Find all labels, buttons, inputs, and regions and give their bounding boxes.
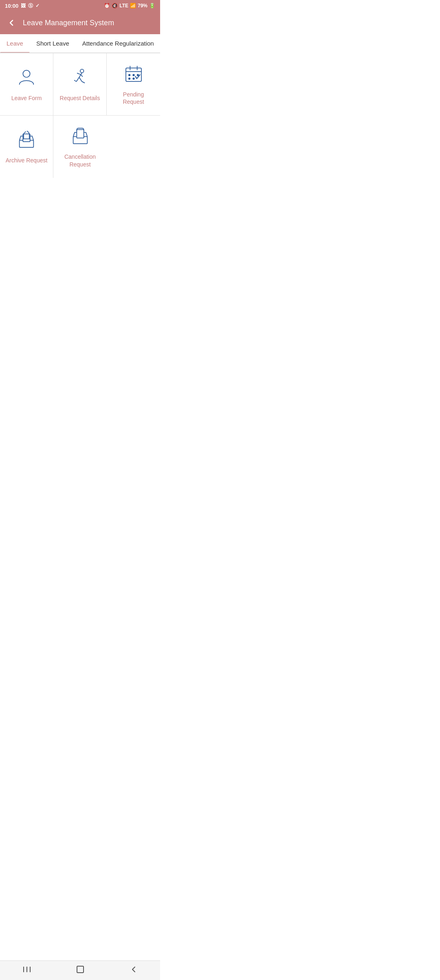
menu-item-leave-form[interactable]: Leave Form — [0, 53, 53, 116]
back-button[interactable] — [7, 18, 16, 28]
archive-request-label: Archive Request — [6, 157, 48, 164]
status-time: 10:00 — [5, 3, 18, 9]
running-icon — [69, 67, 90, 90]
status-bar-right: ⏰ 🔇 LTE 📶 79% 🔋 — [104, 3, 155, 9]
svg-line-3 — [77, 73, 81, 74]
header-title: Leave Management System — [23, 19, 114, 27]
svg-line-6 — [79, 77, 82, 81]
tabs-container: Leave Short Leave Attendance Regularizat… — [0, 34, 160, 53]
calendar-icon — [123, 63, 144, 86]
tab-attendance[interactable]: Attendance Regularization — [76, 34, 160, 52]
svg-point-17 — [133, 78, 134, 79]
skype-icon: Ⓢ — [28, 2, 33, 9]
person-icon — [16, 67, 37, 90]
menu-item-request-details[interactable]: Request Details — [53, 53, 107, 116]
tab-short-leave[interactable]: Short Leave — [30, 34, 76, 52]
status-bar: 10:00 🖼 Ⓢ ✓ ⏰ 🔇 LTE 📶 79% 🔋 — [0, 0, 160, 11]
cancellation-request-label: Cancellation Request — [58, 153, 102, 168]
svg-rect-22 — [77, 130, 84, 138]
svg-line-7 — [82, 81, 85, 83]
svg-point-13 — [128, 74, 130, 76]
network-icon: LTE — [119, 3, 128, 9]
tab-leave[interactable]: Leave — [0, 34, 30, 52]
leave-form-label: Leave Form — [11, 94, 42, 102]
cancellation-icon — [70, 125, 91, 148]
signal-icon: 📶 — [130, 3, 136, 9]
menu-item-archive-request[interactable]: Archive Request — [0, 116, 53, 177]
svg-point-1 — [80, 69, 84, 73]
svg-line-5 — [76, 77, 79, 81]
menu-grid: Leave Form — [0, 53, 160, 178]
alarm-icon: ⏰ — [104, 3, 110, 9]
svg-point-0 — [23, 70, 30, 77]
battery-icon: 🔋 — [149, 3, 155, 9]
status-bar-left: 10:00 🖼 Ⓢ ✓ — [5, 2, 40, 9]
photo-icon: 🖼 — [21, 3, 26, 9]
battery-text: 79% — [138, 3, 147, 9]
mute-icon: 🔇 — [112, 3, 118, 9]
svg-point-15 — [137, 74, 138, 76]
request-details-label: Request Details — [60, 94, 100, 102]
pending-request-label: Pending Request — [112, 91, 155, 105]
app-header: Leave Management System — [0, 11, 160, 34]
main-content: Leave Form — [0, 53, 160, 202]
menu-item-cancellation-request[interactable]: Cancellation Request — [53, 116, 107, 177]
svg-point-14 — [133, 74, 134, 76]
check-icon: ✓ — [35, 3, 40, 9]
svg-line-4 — [81, 74, 83, 77]
svg-line-8 — [74, 80, 76, 81]
archive-icon — [16, 129, 37, 152]
menu-item-pending-request[interactable]: Pending Request — [107, 53, 160, 116]
svg-point-16 — [128, 78, 130, 79]
